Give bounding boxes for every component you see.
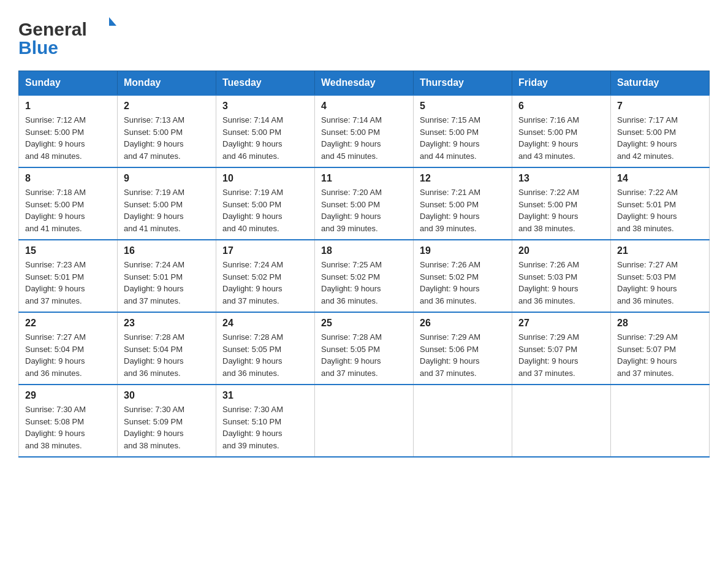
calendar-cell: 1Sunrise: 7:12 AMSunset: 5:00 PMDaylight… xyxy=(19,95,118,167)
day-info: Sunrise: 7:18 AMSunset: 5:00 PMDaylight:… xyxy=(25,186,111,234)
day-info: Sunrise: 7:27 AMSunset: 5:03 PMDaylight:… xyxy=(617,259,703,307)
day-number: 21 xyxy=(617,245,703,256)
day-number: 9 xyxy=(124,173,210,184)
day-number: 19 xyxy=(420,245,506,256)
day-number: 23 xyxy=(124,318,210,329)
weekday-header-thursday: Thursday xyxy=(414,71,512,96)
calendar-cell: 2Sunrise: 7:13 AMSunset: 5:00 PMDaylight… xyxy=(118,95,216,167)
logo-svg: General Blue xyxy=(18,12,116,58)
calendar-cell: 29Sunrise: 7:30 AMSunset: 5:08 PMDayligh… xyxy=(19,385,118,457)
day-info: Sunrise: 7:22 AMSunset: 5:00 PMDaylight:… xyxy=(518,186,604,234)
day-info: Sunrise: 7:24 AMSunset: 5:01 PMDaylight:… xyxy=(124,259,210,307)
calendar-cell: 5Sunrise: 7:15 AMSunset: 5:00 PMDaylight… xyxy=(414,95,512,167)
day-info: Sunrise: 7:30 AMSunset: 5:08 PMDaylight:… xyxy=(25,404,111,451)
day-info: Sunrise: 7:16 AMSunset: 5:00 PMDaylight:… xyxy=(518,114,604,162)
day-number: 5 xyxy=(420,101,506,112)
day-info: Sunrise: 7:28 AMSunset: 5:05 PMDaylight:… xyxy=(321,331,407,379)
day-info: Sunrise: 7:25 AMSunset: 5:02 PMDaylight:… xyxy=(321,259,407,307)
day-info: Sunrise: 7:29 AMSunset: 5:07 PMDaylight:… xyxy=(518,331,604,379)
day-info: Sunrise: 7:27 AMSunset: 5:04 PMDaylight:… xyxy=(25,331,111,379)
calendar-cell: 24Sunrise: 7:28 AMSunset: 5:05 PMDayligh… xyxy=(216,312,315,385)
day-info: Sunrise: 7:30 AMSunset: 5:10 PMDaylight:… xyxy=(222,404,308,451)
calendar-cell: 7Sunrise: 7:17 AMSunset: 5:00 PMDaylight… xyxy=(611,95,710,167)
weekday-header-row: SundayMondayTuesdayWednesdayThursdayFrid… xyxy=(19,71,710,96)
calendar-cell: 19Sunrise: 7:26 AMSunset: 5:02 PMDayligh… xyxy=(414,240,512,312)
calendar-week-2: 8Sunrise: 7:18 AMSunset: 5:00 PMDaylight… xyxy=(19,167,710,240)
day-info: Sunrise: 7:14 AMSunset: 5:00 PMDaylight:… xyxy=(321,114,407,162)
calendar-cell xyxy=(414,385,512,457)
calendar-cell: 25Sunrise: 7:28 AMSunset: 5:05 PMDayligh… xyxy=(315,312,414,385)
calendar-week-1: 1Sunrise: 7:12 AMSunset: 5:00 PMDaylight… xyxy=(19,95,710,167)
day-info: Sunrise: 7:19 AMSunset: 5:00 PMDaylight:… xyxy=(222,186,308,234)
calendar-cell: 3Sunrise: 7:14 AMSunset: 5:00 PMDaylight… xyxy=(216,95,315,167)
weekday-header-saturday: Saturday xyxy=(611,71,710,96)
day-number: 28 xyxy=(617,318,703,329)
calendar-cell: 9Sunrise: 7:19 AMSunset: 5:00 PMDaylight… xyxy=(118,167,216,240)
calendar-cell: 12Sunrise: 7:21 AMSunset: 5:00 PMDayligh… xyxy=(414,167,512,240)
weekday-header-friday: Friday xyxy=(512,71,611,96)
calendar-cell: 20Sunrise: 7:26 AMSunset: 5:03 PMDayligh… xyxy=(512,240,611,312)
day-number: 3 xyxy=(222,101,308,112)
day-number: 8 xyxy=(25,173,111,184)
day-info: Sunrise: 7:28 AMSunset: 5:05 PMDaylight:… xyxy=(222,331,308,379)
weekday-header-sunday: Sunday xyxy=(19,71,118,96)
day-number: 25 xyxy=(321,318,407,329)
day-number: 1 xyxy=(25,101,111,112)
day-info: Sunrise: 7:17 AMSunset: 5:00 PMDaylight:… xyxy=(617,114,703,162)
day-number: 7 xyxy=(617,101,703,112)
weekday-header-wednesday: Wednesday xyxy=(315,71,414,96)
svg-text:Blue: Blue xyxy=(18,37,58,58)
day-info: Sunrise: 7:29 AMSunset: 5:07 PMDaylight:… xyxy=(617,331,703,379)
day-number: 17 xyxy=(222,245,308,256)
page-header: General Blue xyxy=(18,12,710,58)
calendar-cell: 22Sunrise: 7:27 AMSunset: 5:04 PMDayligh… xyxy=(19,312,118,385)
day-number: 26 xyxy=(420,318,506,329)
calendar-cell: 30Sunrise: 7:30 AMSunset: 5:09 PMDayligh… xyxy=(118,385,216,457)
day-info: Sunrise: 7:20 AMSunset: 5:00 PMDaylight:… xyxy=(321,186,407,234)
day-number: 2 xyxy=(124,101,210,112)
calendar-cell: 28Sunrise: 7:29 AMSunset: 5:07 PMDayligh… xyxy=(611,312,710,385)
calendar-week-3: 15Sunrise: 7:23 AMSunset: 5:01 PMDayligh… xyxy=(19,240,710,312)
day-number: 4 xyxy=(321,101,407,112)
day-info: Sunrise: 7:30 AMSunset: 5:09 PMDaylight:… xyxy=(124,404,210,451)
weekday-header-tuesday: Tuesday xyxy=(216,71,315,96)
calendar-cell: 18Sunrise: 7:25 AMSunset: 5:02 PMDayligh… xyxy=(315,240,414,312)
day-info: Sunrise: 7:14 AMSunset: 5:00 PMDaylight:… xyxy=(222,114,308,162)
day-number: 15 xyxy=(25,245,111,256)
calendar-cell: 10Sunrise: 7:19 AMSunset: 5:00 PMDayligh… xyxy=(216,167,315,240)
day-info: Sunrise: 7:26 AMSunset: 5:03 PMDaylight:… xyxy=(518,259,604,307)
day-info: Sunrise: 7:21 AMSunset: 5:00 PMDaylight:… xyxy=(420,186,506,234)
calendar-cell: 16Sunrise: 7:24 AMSunset: 5:01 PMDayligh… xyxy=(118,240,216,312)
calendar-cell: 14Sunrise: 7:22 AMSunset: 5:01 PMDayligh… xyxy=(611,167,710,240)
calendar-cell xyxy=(611,385,710,457)
day-number: 16 xyxy=(124,245,210,256)
calendar-cell: 15Sunrise: 7:23 AMSunset: 5:01 PMDayligh… xyxy=(19,240,118,312)
day-info: Sunrise: 7:26 AMSunset: 5:02 PMDaylight:… xyxy=(420,259,506,307)
day-number: 30 xyxy=(124,390,210,401)
day-info: Sunrise: 7:13 AMSunset: 5:00 PMDaylight:… xyxy=(124,114,210,162)
calendar-cell: 26Sunrise: 7:29 AMSunset: 5:06 PMDayligh… xyxy=(414,312,512,385)
calendar-cell: 6Sunrise: 7:16 AMSunset: 5:00 PMDaylight… xyxy=(512,95,611,167)
calendar-week-4: 22Sunrise: 7:27 AMSunset: 5:04 PMDayligh… xyxy=(19,312,710,385)
calendar-cell: 4Sunrise: 7:14 AMSunset: 5:00 PMDaylight… xyxy=(315,95,414,167)
calendar-cell: 11Sunrise: 7:20 AMSunset: 5:00 PMDayligh… xyxy=(315,167,414,240)
calendar-cell xyxy=(512,385,611,457)
day-info: Sunrise: 7:15 AMSunset: 5:00 PMDaylight:… xyxy=(420,114,506,162)
day-number: 10 xyxy=(222,173,308,184)
day-info: Sunrise: 7:24 AMSunset: 5:02 PMDaylight:… xyxy=(222,259,308,307)
calendar-cell: 17Sunrise: 7:24 AMSunset: 5:02 PMDayligh… xyxy=(216,240,315,312)
day-info: Sunrise: 7:22 AMSunset: 5:01 PMDaylight:… xyxy=(617,186,703,234)
calendar-cell: 31Sunrise: 7:30 AMSunset: 5:10 PMDayligh… xyxy=(216,385,315,457)
weekday-header-monday: Monday xyxy=(118,71,216,96)
svg-text:General: General xyxy=(18,19,87,39)
calendar-cell: 21Sunrise: 7:27 AMSunset: 5:03 PMDayligh… xyxy=(611,240,710,312)
day-info: Sunrise: 7:23 AMSunset: 5:01 PMDaylight:… xyxy=(25,259,111,307)
day-number: 12 xyxy=(420,173,506,184)
svg-marker-1 xyxy=(109,17,116,26)
calendar-cell xyxy=(315,385,414,457)
calendar-cell: 8Sunrise: 7:18 AMSunset: 5:00 PMDaylight… xyxy=(19,167,118,240)
day-number: 29 xyxy=(25,390,111,401)
calendar-cell: 13Sunrise: 7:22 AMSunset: 5:00 PMDayligh… xyxy=(512,167,611,240)
calendar-cell: 27Sunrise: 7:29 AMSunset: 5:07 PMDayligh… xyxy=(512,312,611,385)
calendar-table: SundayMondayTuesdayWednesdayThursdayFrid… xyxy=(18,71,710,458)
